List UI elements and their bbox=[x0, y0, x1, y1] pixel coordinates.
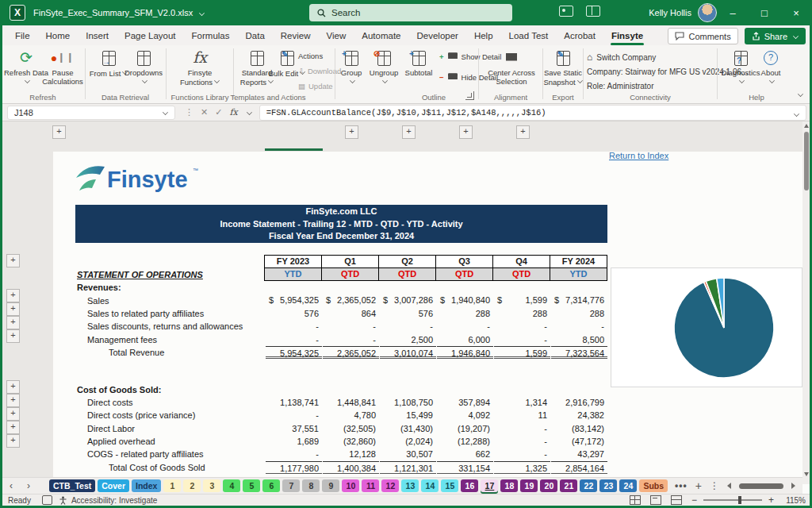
cell-value[interactable]: $1,599 bbox=[494, 294, 550, 306]
menu-tab-home[interactable]: Home bbox=[39, 28, 78, 44]
about-button[interactable]: ? About bbox=[755, 48, 787, 87]
cell-value[interactable]: 662 bbox=[437, 448, 493, 460]
formula-input[interactable]: =FSN.GLAccountBalance(J$9,J$10,J$11,J$12… bbox=[259, 105, 806, 121]
outline-expand-button[interactable]: + bbox=[6, 394, 20, 407]
cell-value[interactable]: 5,954,325 bbox=[266, 346, 322, 359]
zoom-slider-thumb[interactable] bbox=[738, 496, 741, 504]
more-options-icon[interactable]: ⋮ bbox=[185, 107, 193, 117]
cell-value[interactable]: - bbox=[494, 448, 550, 460]
menu-tab-help[interactable]: Help bbox=[467, 28, 500, 44]
sheet-tab-24[interactable]: 24 bbox=[619, 479, 637, 492]
switch-company-button[interactable]: ⌂ Switch Company bbox=[587, 52, 656, 63]
cell-value[interactable]: 331,154 bbox=[437, 461, 493, 474]
menu-tab-view[interactable]: View bbox=[320, 28, 354, 44]
cell-value[interactable]: 7,323,564 bbox=[551, 346, 607, 359]
save-static-snapshot-button[interactable]: ✎ Save Static Snapshot bbox=[541, 48, 585, 87]
sheet-tab-9[interactable]: 9 bbox=[322, 479, 339, 492]
sheet-tab-13[interactable]: 13 bbox=[401, 479, 419, 492]
sheet-tab-12[interactable]: 12 bbox=[381, 479, 399, 492]
insert-function-icon[interactable]: fx bbox=[229, 107, 237, 117]
return-to-index-link[interactable]: Return to Index bbox=[609, 151, 668, 160]
cell-value[interactable]: - bbox=[323, 320, 379, 333]
outline-expand-button[interactable]: + bbox=[6, 421, 20, 434]
menu-tab-acrobat[interactable]: Acrobat bbox=[557, 28, 603, 44]
cell-value[interactable]: 1,177,980 bbox=[266, 461, 322, 474]
sheet-tab-15[interactable]: 15 bbox=[441, 479, 458, 492]
outline-expand-button[interactable]: + bbox=[459, 125, 473, 139]
cell-value[interactable]: 8,500 bbox=[551, 333, 607, 346]
cell-value[interactable]: 2,854,164 bbox=[551, 461, 607, 474]
cell-value[interactable]: - bbox=[494, 435, 550, 448]
dropdowns-button[interactable]: Dropdowns bbox=[121, 48, 166, 87]
cell-value[interactable]: 864 bbox=[323, 307, 379, 320]
sheet-tab-22[interactable]: 22 bbox=[580, 479, 597, 492]
cell-value[interactable]: - bbox=[380, 320, 436, 333]
workbook-title[interactable]: FinSyte_Exec_Summary_SFM_V2.0.xlsx bbox=[33, 8, 205, 17]
menu-tab-developer[interactable]: Developer bbox=[409, 28, 465, 44]
cell-value[interactable]: (32,860) bbox=[323, 435, 379, 448]
sheet-tab-subs[interactable]: Subs bbox=[639, 479, 668, 492]
outline-expand-button[interactable]: + bbox=[6, 289, 20, 302]
cell-value[interactable]: (32,505) bbox=[323, 422, 379, 435]
outline-expand-button[interactable]: + bbox=[6, 302, 20, 316]
cell-value[interactable]: (2,024) bbox=[380, 435, 436, 448]
cell-value[interactable]: 37,551 bbox=[266, 422, 322, 435]
cell-value[interactable]: 43,297 bbox=[551, 448, 607, 460]
outline-expand-button[interactable]: + bbox=[6, 254, 20, 267]
cell-value[interactable]: 1,946,840 bbox=[437, 346, 493, 359]
maximize-button[interactable]: □ bbox=[749, 0, 780, 25]
name-box[interactable]: J148 bbox=[7, 106, 175, 120]
menu-tab-formulas[interactable]: Formulas bbox=[185, 28, 237, 44]
cell-value[interactable]: 3,010,074 bbox=[380, 346, 436, 359]
outline-expand-button[interactable]: + bbox=[6, 316, 20, 329]
record-icon[interactable] bbox=[559, 6, 573, 17]
cell-value[interactable]: 15,499 bbox=[380, 409, 436, 421]
cell-value[interactable]: 288 bbox=[551, 307, 607, 320]
menu-tab-load-test[interactable]: Load Test bbox=[502, 28, 556, 44]
zoom-slider[interactable] bbox=[703, 499, 762, 501]
sheet-tab-19[interactable]: 19 bbox=[520, 479, 538, 492]
collapse-ribbon-icon[interactable] bbox=[798, 91, 803, 97]
pie-chart-panel[interactable] bbox=[611, 267, 802, 387]
minimize-button[interactable]: – bbox=[717, 0, 749, 25]
cell-value[interactable]: - bbox=[551, 320, 607, 333]
menu-tab-data[interactable]: Data bbox=[239, 28, 272, 44]
outline-expand-button[interactable]: + bbox=[6, 434, 20, 448]
cell-value[interactable]: 1,400,384 bbox=[323, 461, 379, 474]
menu-tab-insert[interactable]: Insert bbox=[79, 28, 116, 44]
sheet-tab-3[interactable]: 3 bbox=[203, 479, 220, 492]
cell-value[interactable]: 288 bbox=[494, 307, 550, 320]
cell-value[interactable]: - bbox=[494, 333, 550, 346]
sheet-tab-18[interactable]: 18 bbox=[500, 479, 518, 492]
cell-value[interactable]: $1,940,840 bbox=[437, 294, 493, 306]
new-sheet-icon[interactable]: + bbox=[695, 479, 702, 492]
cell-value[interactable]: 1,314 bbox=[494, 396, 550, 409]
subtotal-button[interactable]: + Subtotal bbox=[401, 48, 436, 78]
cell-value[interactable]: - bbox=[437, 320, 493, 333]
expand-formula-bar-icon[interactable] bbox=[794, 111, 799, 117]
accessibility-status[interactable]: Accessibility: Investigate bbox=[71, 496, 157, 505]
tab-scroll-right-icon[interactable]: › bbox=[27, 480, 30, 491]
vertical-scrollbar-thumb[interactable] bbox=[804, 132, 809, 190]
cell-value[interactable]: (19,207) bbox=[437, 422, 493, 435]
hscroll-right-icon[interactable] bbox=[791, 483, 795, 489]
cell-value[interactable]: - bbox=[266, 448, 322, 460]
cell-value[interactable]: $3,007,286 bbox=[380, 294, 436, 306]
sheet-tab-6[interactable]: 6 bbox=[262, 479, 280, 492]
comments-button[interactable]: Comments bbox=[668, 28, 737, 44]
cell-value[interactable]: 576 bbox=[266, 307, 322, 320]
cell-value[interactable]: 30,507 bbox=[380, 448, 436, 460]
page-layout-view-icon[interactable] bbox=[650, 495, 661, 505]
outline-expand-button[interactable]: + bbox=[6, 407, 20, 421]
sheet-tab-cover[interactable]: Cover bbox=[98, 479, 129, 492]
zoom-out-icon[interactable]: − bbox=[691, 495, 697, 506]
center-across-selection-button[interactable]: Center Across Selection bbox=[488, 48, 535, 87]
horizontal-scrollbar-thumb[interactable] bbox=[739, 483, 783, 489]
cell-value[interactable]: - bbox=[266, 320, 322, 333]
sheet-tab-23[interactable]: 23 bbox=[599, 479, 617, 492]
cell-value[interactable]: (83,142) bbox=[551, 422, 607, 435]
sheet-tab-2[interactable]: 2 bbox=[183, 479, 201, 492]
cell-value[interactable]: (12,288) bbox=[437, 435, 493, 448]
sheet-tab-11[interactable]: 11 bbox=[362, 479, 379, 492]
cell-value[interactable]: 24,382 bbox=[551, 409, 607, 421]
